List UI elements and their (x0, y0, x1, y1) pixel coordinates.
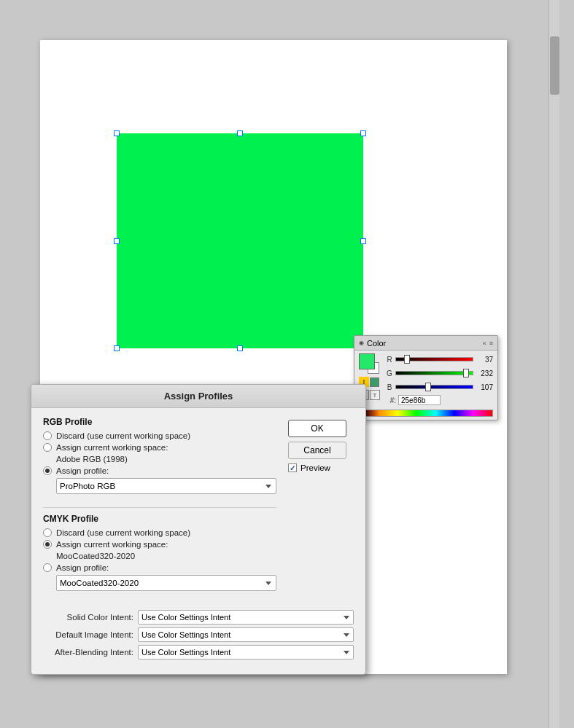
gamut-correction-swatch[interactable] (370, 377, 379, 387)
color-panel-menu-icon[interactable]: ≡ (489, 340, 493, 347)
color-panel-arrow-icon[interactable]: ◉ (359, 340, 364, 346)
g-channel-value: 232 (476, 369, 493, 377)
cmyk-working-space-value: MooCoated320-2020 (56, 552, 276, 560)
rgb-assign-working-label: Assign current working space: (56, 443, 168, 452)
handle-top-right[interactable] (360, 130, 366, 136)
after-blending-intent-row: After-Blending Intent: Use Color Setting… (43, 645, 354, 659)
default-image-intent-row: Default Image Intent: Use Color Settings… (43, 627, 354, 642)
cancel-button[interactable]: Cancel (288, 442, 346, 459)
intent-section: Solid Color Intent: Use Color Settings I… (31, 607, 365, 659)
b-channel-value: 107 (476, 383, 493, 391)
dialog-left-section: RGB Profile Discard (use current working… (43, 417, 276, 598)
r-channel-slider[interactable] (395, 357, 473, 361)
solid-color-intent-select[interactable]: Use Color Settings Intent Perceptual Sat… (138, 610, 354, 625)
ok-button[interactable]: OK (288, 420, 346, 437)
color-panel-collapse-icon[interactable]: « (483, 340, 486, 347)
cmyk-discard-option[interactable]: Discard (use current working space) (43, 528, 276, 537)
hex-value-display[interactable]: 25e86b (398, 395, 441, 405)
color-panel-title-area: ◉ Color (359, 339, 386, 348)
handle-bottom-middle[interactable] (237, 345, 243, 351)
cmyk-assign-profile-radio[interactable] (43, 563, 52, 572)
dialog-header: Assign Profiles (31, 385, 365, 408)
rgb-section-title: RGB Profile (43, 417, 276, 427)
color-panel-body: ! ⬜ T R 37 (354, 351, 497, 420)
r-channel-row: R 37 (386, 353, 493, 365)
hex-label: #: (386, 396, 396, 404)
cmyk-assign-profile-option[interactable]: Assign profile: (43, 563, 276, 572)
g-channel-row: G 232 (386, 367, 493, 379)
cmyk-assign-working-radio[interactable] (43, 540, 52, 549)
b-channel-label: B (386, 383, 393, 391)
handle-top-left[interactable] (114, 130, 120, 136)
g-channel-label: G (386, 369, 393, 377)
assign-profiles-dialog: Assign Profiles RGB Profile Discard (use… (31, 384, 366, 675)
handle-top-middle[interactable] (237, 130, 243, 136)
default-image-intent-select[interactable]: Use Color Settings Intent Perceptual Sat… (138, 627, 354, 642)
rgb-assign-working-radio[interactable] (43, 443, 52, 452)
rgb-working-space-value: Adobe RGB (1998) (56, 455, 276, 463)
cmyk-assign-working-option[interactable]: Assign current working space: (43, 540, 276, 549)
handle-middle-right[interactable] (360, 238, 366, 244)
foreground-swatch[interactable] (359, 353, 375, 369)
color-spectrum-bar[interactable] (359, 410, 493, 417)
rgb-discard-option[interactable]: Discard (use current working space) (43, 431, 276, 440)
green-shape-container[interactable] (117, 133, 363, 348)
r-channel-value: 37 (476, 356, 493, 364)
gradient-mode-icon[interactable]: T (370, 390, 380, 400)
rgb-profile-select[interactable]: ProPhoto RGB Adobe RGB (1998) sRGB IEC61… (56, 478, 276, 494)
b-channel-row: B 107 (386, 381, 493, 393)
cmyk-profile-select[interactable]: MooCoated320-2020 U.S. Web Coated (SWOP)… (56, 575, 276, 591)
g-slider-thumb[interactable] (463, 369, 469, 377)
color-panel: ◉ Color « ≡ ! ⬜ T (354, 335, 498, 420)
solid-color-intent-label: Solid Color Intent: (43, 613, 138, 622)
dialog-title: Assign Profiles (164, 391, 233, 402)
preview-checkbox[interactable] (288, 463, 297, 472)
dialog-body: RGB Profile Discard (use current working… (31, 408, 365, 607)
g-channel-slider[interactable] (395, 371, 473, 375)
handle-middle-left[interactable] (114, 238, 120, 244)
hex-row: #: 25e86b (386, 395, 493, 405)
scrollbar-vertical[interactable] (548, 0, 559, 728)
cmyk-assign-profile-label: Assign profile: (56, 563, 109, 572)
cmyk-discard-label: Discard (use current working space) (56, 528, 190, 537)
solid-color-intent-row: Solid Color Intent: Use Color Settings I… (43, 610, 354, 625)
cmyk-assign-working-label: Assign current working space: (56, 540, 168, 549)
rgb-assign-profile-label: Assign profile: (56, 466, 109, 475)
preview-label: Preview (300, 463, 330, 472)
after-blending-intent-select[interactable]: Use Color Settings Intent Perceptual Sat… (138, 645, 354, 659)
color-panel-title-text: Color (367, 339, 386, 348)
r-slider-thumb[interactable] (404, 355, 410, 364)
green-rectangle[interactable] (117, 133, 363, 348)
color-panel-controls: « ≡ (483, 340, 493, 347)
color-panel-header: ◉ Color « ≡ (354, 336, 497, 351)
b-slider-thumb[interactable] (425, 383, 431, 391)
r-channel-label: R (386, 356, 393, 364)
cmyk-discard-radio[interactable] (43, 528, 52, 537)
after-blending-intent-label: After-Blending Intent: (43, 648, 138, 657)
channel-sliders: R 37 G 232 B (386, 353, 493, 408)
rgb-discard-radio[interactable] (43, 431, 52, 440)
dialog-right-section: OK Cancel Preview (288, 417, 354, 598)
b-channel-slider[interactable] (395, 385, 473, 389)
rgb-assign-profile-option[interactable]: Assign profile: (43, 466, 276, 475)
rgb-assign-profile-radio[interactable] (43, 466, 52, 475)
scrollbar-thumb[interactable] (550, 36, 559, 95)
handle-bottom-left[interactable] (114, 345, 120, 351)
rgb-assign-working-option[interactable]: Assign current working space: (43, 443, 276, 452)
default-image-intent-label: Default Image Intent: (43, 630, 138, 639)
rgb-discard-label: Discard (use current working space) (56, 431, 190, 440)
preview-row: Preview (288, 463, 354, 472)
cmyk-section-title: CMYK Profile (43, 514, 276, 524)
